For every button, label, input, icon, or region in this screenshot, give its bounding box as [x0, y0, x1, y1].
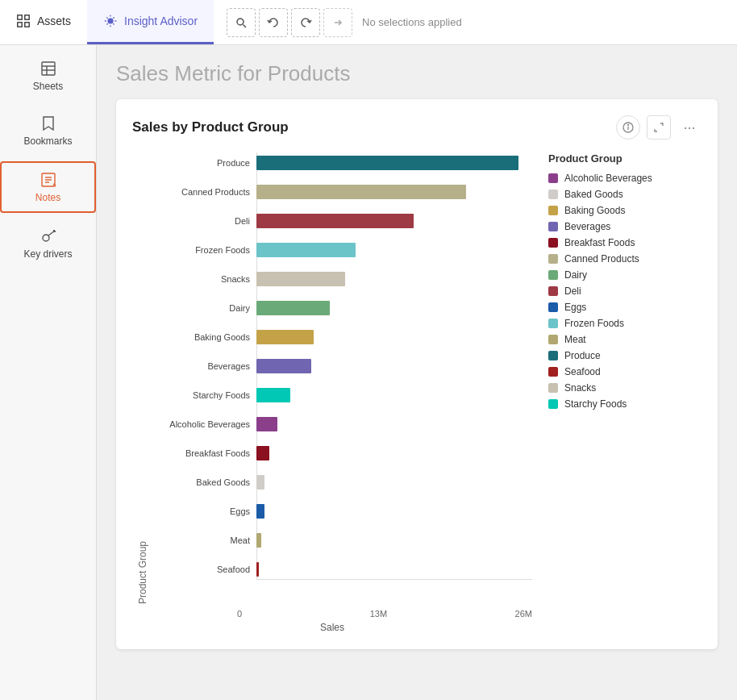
chart-body: Product Group ProduceCanned ProductsDeli… — [132, 152, 702, 633]
x-tick: 26M — [515, 609, 532, 619]
bar-label: Breakfast Foods — [152, 448, 256, 458]
legend-item: Starchy Foods — [548, 398, 702, 410]
legend-color-dot — [548, 399, 558, 409]
legend-item-label: Frozen Foods — [564, 318, 624, 329]
bar-fill — [256, 330, 314, 344]
undo-tool-btn[interactable] — [259, 8, 288, 37]
svg-rect-2 — [18, 23, 22, 27]
bar-fill — [256, 214, 414, 228]
svg-rect-7 — [42, 62, 55, 75]
bar-label: Baked Goods — [152, 477, 256, 487]
bar-label: Beverages — [152, 361, 256, 371]
notes-icon — [40, 171, 57, 189]
main-layout: Sheets Bookmarks Notes — [0, 45, 737, 700]
nav-tab-insight[interactable]: Insight Advisor — [87, 0, 214, 44]
bar-row: Meat — [152, 530, 532, 551]
chart-info-btn[interactable] — [616, 115, 640, 140]
legend-item: Snacks — [548, 382, 702, 394]
legend-item: Seafood — [548, 366, 702, 377]
bookmarks-icon — [40, 115, 57, 132]
bar-label: Eggs — [152, 506, 256, 516]
legend-item: Meat — [548, 334, 702, 345]
bar-label: Deli — [152, 216, 256, 226]
sidebar-item-notes[interactable]: Notes — [0, 161, 96, 213]
bar-label: Baking Goods — [152, 332, 256, 342]
top-nav: Assets Insight Advisor No selections app… — [0, 0, 737, 45]
legend-item: Canned Products — [548, 253, 702, 265]
legend-item: Deli — [548, 285, 702, 297]
chart-expand-btn[interactable] — [647, 115, 671, 140]
share-tool-btn[interactable] — [323, 8, 352, 37]
x-tick: 0 — [237, 609, 242, 619]
legend-item: Beverages — [548, 221, 702, 232]
sidebar-item-key-drivers[interactable]: Key drivers — [0, 219, 96, 268]
legend-item: Baked Goods — [548, 189, 702, 200]
insight-icon — [103, 14, 118, 28]
legend-color-dot — [548, 190, 558, 199]
bar-label: Alcoholic Beverages — [152, 419, 256, 429]
legend-item-label: Baking Goods — [564, 205, 625, 216]
bar-track — [256, 330, 532, 344]
bar-row: Alcoholic Beverages — [152, 414, 532, 435]
bar-row: Baking Goods — [152, 327, 532, 348]
bars-container: ProduceCanned ProductsDeliFrozen FoodsSn… — [152, 152, 532, 604]
legend-color-dot — [548, 351, 558, 360]
legend-item-label: Seafood — [564, 366, 601, 377]
sheets-icon — [40, 60, 57, 77]
search-tool-btn[interactable] — [227, 8, 256, 37]
legend-item-label: Baked Goods — [564, 189, 623, 200]
bar-fill — [256, 475, 264, 490]
bar-fill — [256, 388, 290, 402]
legend-color-dot — [548, 238, 558, 248]
bar-row: Breakfast Foods — [152, 443, 532, 464]
chart-card: Sales by Product Group ··· Product Group — [116, 99, 718, 649]
chart-title: Sales by Product Group — [132, 119, 289, 135]
bar-row: Frozen Foods — [152, 240, 532, 260]
bar-track — [256, 475, 532, 490]
bar-label: Snacks — [152, 274, 256, 284]
redo-tool-btn[interactable] — [291, 8, 320, 37]
svg-rect-0 — [18, 15, 22, 19]
bar-fill — [256, 156, 518, 170]
legend-item: Produce — [548, 350, 702, 361]
legend-item: Breakfast Foods — [548, 237, 702, 248]
legend-item-label: Breakfast Foods — [564, 237, 635, 248]
svg-point-4 — [107, 18, 113, 23]
legend-item-label: Produce — [564, 350, 601, 361]
bar-row: Deli — [152, 210, 532, 231]
chart-actions: ··· — [616, 115, 702, 140]
legend-color-dot — [548, 383, 558, 393]
bar-fill — [256, 562, 259, 577]
nav-tab-assets[interactable]: Assets — [0, 0, 87, 44]
sidebar-item-bookmarks[interactable]: Bookmarks — [0, 106, 96, 155]
bar-track — [256, 243, 532, 257]
legend-item: Eggs — [548, 302, 702, 313]
legend-item-label: Starchy Foods — [564, 398, 627, 410]
bar-fill — [256, 446, 269, 460]
page-title: Sales Metric for Products — [116, 61, 718, 86]
bar-fill — [256, 185, 466, 199]
svg-point-22 — [628, 125, 629, 126]
legend-item-label: Canned Products — [564, 253, 639, 265]
sidebar: Sheets Bookmarks Notes — [0, 45, 97, 700]
x-axis-title: Sales — [132, 622, 532, 633]
bar-label: Canned Products — [152, 187, 256, 197]
sidebar-item-sheets[interactable]: Sheets — [0, 52, 96, 100]
bar-track — [256, 214, 532, 228]
bookmarks-label: Bookmarks — [23, 135, 72, 147]
legend-item: Alcoholic Beverages — [548, 173, 702, 184]
bar-track — [256, 359, 532, 373]
bar-row: Canned Products — [152, 181, 532, 202]
bar-label: Meat — [152, 535, 256, 545]
bar-track — [256, 388, 532, 402]
content-area: Sales Metric for Products Sales by Produ… — [97, 45, 737, 700]
chart-more-btn[interactable]: ··· — [677, 115, 702, 140]
bar-fill — [256, 272, 345, 286]
insight-label: Insight Advisor — [124, 15, 198, 27]
legend-color-dot — [548, 270, 558, 280]
legend-item-label: Beverages — [564, 221, 610, 232]
svg-point-16 — [43, 235, 49, 241]
legend-color-dot — [548, 173, 558, 183]
bar-track — [256, 156, 532, 170]
x-tick: 13M — [370, 609, 387, 619]
